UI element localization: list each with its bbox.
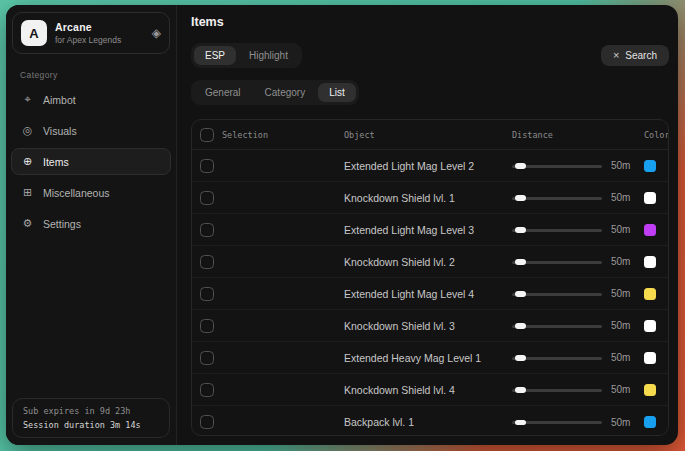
distance-value: 50m bbox=[611, 288, 630, 299]
table-row: Extended Heavy Mag Level 1 50m bbox=[192, 342, 668, 374]
sidebar-item-label: Settings bbox=[43, 218, 81, 230]
search-button[interactable]: × Search bbox=[601, 45, 669, 66]
color-swatch[interactable] bbox=[644, 288, 656, 300]
row-checkbox[interactable] bbox=[200, 191, 214, 205]
slider-thumb[interactable] bbox=[515, 323, 526, 329]
distance-slider[interactable] bbox=[512, 192, 602, 204]
table-row: Extended Light Mag Level 3 50m bbox=[192, 214, 668, 246]
color-swatch[interactable] bbox=[644, 352, 656, 364]
app-header-card: A Arcane for Apex Legends ◈ bbox=[12, 12, 170, 54]
table-row: Knockdown Shield lvl. 3 50m bbox=[192, 310, 668, 342]
sidebar-nav: ⌖ Aimbot ◎ Visuals ⊕ Items ⊞ Miscellaneo… bbox=[6, 86, 176, 237]
view-tab-general[interactable]: General bbox=[194, 83, 252, 102]
settings-gear-icon: ⚙ bbox=[21, 217, 34, 230]
sidebar-item-visuals[interactable]: ◎ Visuals bbox=[11, 117, 171, 144]
sidebar-item-label: Miscellaneous bbox=[43, 187, 110, 199]
slider-thumb[interactable] bbox=[515, 195, 526, 201]
distance-slider[interactable] bbox=[512, 160, 602, 172]
object-label: Knockdown Shield lvl. 3 bbox=[344, 320, 512, 332]
distance-slider[interactable] bbox=[512, 224, 602, 236]
app-titles: Arcane for Apex Legends bbox=[55, 21, 144, 45]
table-row: Extended Light Mag Level 2 50m bbox=[192, 150, 668, 182]
search-x-icon: × bbox=[613, 50, 619, 61]
aimbot-crosshair-icon: ⌖ bbox=[21, 93, 34, 106]
object-label: Extended Heavy Mag Level 1 bbox=[344, 352, 512, 364]
table-row: Extended Light Mag Level 4 50m bbox=[192, 278, 668, 310]
app-window: A Arcane for Apex Legends ◈ Category ⌖ A… bbox=[6, 5, 678, 445]
select-all-checkbox[interactable] bbox=[200, 128, 214, 142]
color-swatch[interactable] bbox=[644, 256, 656, 268]
sidebar: A Arcane for Apex Legends ◈ Category ⌖ A… bbox=[6, 5, 177, 445]
slider-thumb[interactable] bbox=[515, 420, 526, 426]
color-swatch[interactable] bbox=[644, 416, 656, 428]
miscellaneous-grid-icon: ⊞ bbox=[21, 186, 34, 199]
row-checkbox[interactable] bbox=[200, 319, 214, 333]
row-checkbox[interactable] bbox=[200, 255, 214, 269]
row-checkbox[interactable] bbox=[200, 415, 214, 429]
row-checkbox[interactable] bbox=[200, 351, 214, 365]
distance-slider[interactable] bbox=[512, 352, 602, 364]
mode-tab-highlight[interactable]: Highlight bbox=[238, 46, 299, 65]
sidebar-item-aimbot[interactable]: ⌖ Aimbot bbox=[11, 86, 171, 113]
row-checkbox[interactable] bbox=[200, 383, 214, 397]
table-body: Extended Light Mag Level 2 50m Knockdown… bbox=[192, 150, 668, 436]
color-swatch[interactable] bbox=[644, 192, 656, 204]
view-tab-list[interactable]: List bbox=[318, 83, 356, 102]
slider-thumb[interactable] bbox=[515, 259, 526, 265]
object-label: Knockdown Shield lvl. 4 bbox=[344, 384, 512, 396]
distance-slider[interactable] bbox=[512, 384, 602, 396]
mode-tab-esp[interactable]: ESP bbox=[194, 46, 236, 65]
color-swatch[interactable] bbox=[644, 320, 656, 332]
distance-slider[interactable] bbox=[512, 320, 602, 332]
app-subtitle: for Apex Legends bbox=[55, 35, 144, 45]
table-row: Knockdown Shield lvl. 4 50m bbox=[192, 374, 668, 406]
column-header-selection: Selection bbox=[222, 130, 344, 140]
object-label: Extended Light Mag Level 4 bbox=[344, 288, 512, 300]
row-checkbox[interactable] bbox=[200, 159, 214, 173]
header-checkbox-cell bbox=[192, 128, 222, 142]
compass-badge-icon[interactable]: ◈ bbox=[152, 26, 161, 40]
column-header-distance: Distance bbox=[512, 130, 644, 140]
main-panel: Items ESP Highlight × Search General Cat… bbox=[177, 5, 678, 445]
row-checkbox[interactable] bbox=[200, 223, 214, 237]
table-header-row: Selection Object Distance Color bbox=[192, 120, 668, 150]
view-tabs: General Category List bbox=[191, 80, 359, 105]
table-row: Knockdown Shield lvl. 1 50m bbox=[192, 182, 668, 214]
color-swatch[interactable] bbox=[644, 224, 656, 236]
object-label: Extended Light Mag Level 2 bbox=[344, 160, 512, 172]
object-label: Backpack lvl. 1 bbox=[344, 416, 512, 428]
sidebar-item-settings[interactable]: ⚙ Settings bbox=[11, 210, 171, 237]
row-checkbox[interactable] bbox=[200, 287, 214, 301]
subscription-info-card: Sub expires in 9d 23h Session duration 3… bbox=[12, 398, 170, 438]
sidebar-item-miscellaneous[interactable]: ⊞ Miscellaneous bbox=[11, 179, 171, 206]
slider-thumb[interactable] bbox=[515, 163, 526, 169]
object-label: Knockdown Shield lvl. 1 bbox=[344, 192, 512, 204]
sidebar-item-label: Visuals bbox=[43, 125, 77, 137]
sub-expiry-text: Sub expires in 9d 23h bbox=[23, 406, 159, 416]
slider-thumb[interactable] bbox=[515, 387, 526, 393]
mode-tabs: ESP Highlight bbox=[191, 43, 302, 68]
visuals-eye-icon: ◎ bbox=[21, 124, 34, 137]
distance-slider[interactable] bbox=[512, 256, 602, 268]
slider-thumb[interactable] bbox=[515, 291, 526, 297]
color-swatch[interactable] bbox=[644, 160, 656, 172]
slider-thumb[interactable] bbox=[515, 227, 526, 233]
distance-value: 50m bbox=[611, 384, 630, 395]
distance-value: 50m bbox=[611, 224, 630, 235]
distance-value: 50m bbox=[611, 417, 630, 428]
sidebar-item-items[interactable]: ⊕ Items bbox=[11, 148, 171, 175]
distance-slider[interactable] bbox=[512, 416, 602, 428]
distance-slider[interactable] bbox=[512, 288, 602, 300]
object-label: Knockdown Shield lvl. 2 bbox=[344, 256, 512, 268]
slider-thumb[interactable] bbox=[515, 355, 526, 361]
app-logo: A bbox=[21, 20, 47, 46]
distance-value: 50m bbox=[611, 352, 630, 363]
color-swatch[interactable] bbox=[644, 384, 656, 396]
sidebar-item-label: Items bbox=[43, 156, 69, 168]
sidebar-item-label: Aimbot bbox=[43, 94, 76, 106]
session-duration-text: Session duration 3m 14s bbox=[23, 420, 159, 430]
view-tab-category[interactable]: Category bbox=[254, 83, 317, 102]
column-header-object: Object bbox=[344, 130, 512, 140]
object-label: Extended Light Mag Level 3 bbox=[344, 224, 512, 236]
items-target-icon: ⊕ bbox=[21, 155, 34, 168]
